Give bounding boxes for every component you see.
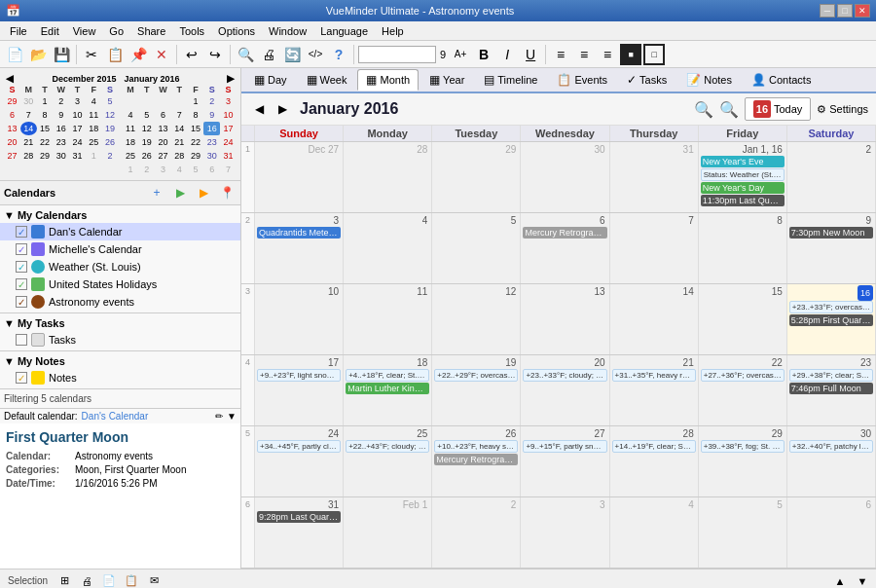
mini-day[interactable]: 2 [102, 149, 119, 163]
day-jan24[interactable]: 24 +34..+45°F, partly cloudy; St. Louis [255, 426, 344, 496]
mini-day[interactable]: 22 [37, 135, 54, 149]
mini-day[interactable]: 24 [69, 135, 86, 149]
zoom-in-button[interactable]: 🔍 [719, 99, 739, 119]
code-button[interactable]: </> [305, 44, 326, 65]
bold-button[interactable]: B [473, 44, 494, 65]
redo-button[interactable]: ↪ [204, 44, 226, 65]
tab-tasks[interactable]: ✓ Tasks [618, 69, 675, 91]
sync-button[interactable]: 🔄 [281, 44, 303, 65]
mini-day[interactable]: 5 [138, 108, 155, 122]
day-jan21[interactable]: 21 +31..+35°F, heavy rain; St. Louis [610, 355, 699, 425]
tab-week[interactable]: ▦ Week [298, 69, 356, 91]
calendar-green-button[interactable]: ▶ [170, 184, 190, 202]
calendar-item-astronomy[interactable]: ✓ Astronomy events [0, 293, 240, 311]
cal-event[interactable]: +32..+40°F, patchy light drizzle; St. Lo… [789, 440, 873, 453]
day-jan2[interactable]: 2 [787, 142, 876, 212]
cut-button[interactable]: ✂ [81, 44, 102, 65]
font-larger-button[interactable]: A+ [450, 44, 471, 65]
mini-day[interactable]: 3 [155, 163, 171, 176]
day-feb2[interactable]: 2 [432, 497, 521, 568]
delete-button[interactable]: ✕ [151, 44, 172, 65]
mini-day[interactable]: 7 [171, 108, 188, 122]
day-jan16[interactable]: 16 +23..+33°F; overcast; St. Louis 5:28p… [787, 284, 876, 354]
my-notes-header[interactable]: ▼ My Notes [0, 353, 240, 369]
cal-event[interactable]: +22..+29°F; overcast; St. Louis [434, 369, 518, 382]
nav-down-button[interactable]: ▼ [853, 572, 872, 589]
cal-event[interactable]: 7:30pm New Moon [789, 227, 873, 239]
search-button[interactable]: 🔍 [235, 44, 256, 65]
day-jan6[interactable]: 6 Mercury Retrograde Begins [521, 213, 609, 283]
cal-event[interactable]: Mercury Retrograde Ends [434, 454, 518, 465]
bot-btn-3[interactable]: 📄 [99, 572, 119, 589]
cal-event[interactable]: 7:46pm Full Moon [789, 383, 873, 394]
day-dec28[interactable]: 28 [344, 142, 432, 212]
tab-day[interactable]: ▦ Day [245, 69, 296, 91]
menu-view[interactable]: View [67, 23, 102, 39]
cal-event[interactable]: New Year's Eve [701, 156, 785, 167]
mini-day[interactable]: 15 [37, 122, 54, 135]
weather-checkbox[interactable]: ✓ [16, 261, 27, 273]
bot-btn-1[interactable]: ⊞ [55, 572, 74, 589]
day-jan27[interactable]: 27 +9..+15°F, partly snow; St. Louis [521, 426, 609, 496]
menu-go[interactable]: Go [103, 23, 129, 39]
calendar-item-notes[interactable]: ✓ Notes [0, 369, 240, 386]
italic-button[interactable]: I [496, 44, 518, 65]
mini-day[interactable]: 11 [86, 108, 102, 122]
minimize-button[interactable]: ─ [820, 4, 835, 18]
menu-edit[interactable]: Edit [35, 23, 65, 39]
mini-day[interactable]: 9 [53, 108, 69, 122]
mini-day[interactable]: 22 [188, 135, 204, 149]
tab-month[interactable]: ▦ Month [357, 69, 419, 91]
calendar-item-tasks[interactable]: Tasks [0, 331, 240, 349]
day-jan4[interactable]: 4 [344, 213, 432, 283]
menu-file[interactable]: File [4, 23, 33, 39]
menu-share[interactable]: Share [131, 23, 171, 39]
mini-day[interactable]: 8 [188, 108, 204, 122]
menu-options[interactable]: Options [212, 23, 261, 39]
day-jan11[interactable]: 11 [344, 284, 432, 354]
mini-cal-next-button[interactable]: ▶ [227, 73, 235, 84]
mini-day[interactable]: 24 [220, 135, 237, 149]
my-tasks-header[interactable]: ▼ My Tasks [0, 315, 240, 331]
mini-day[interactable]: 1 [37, 94, 54, 108]
calendar-item-holidays[interactable]: ✓ United States Holidays [0, 276, 240, 293]
day-jan8[interactable]: 8 [699, 213, 787, 283]
mini-day[interactable]: 14 [171, 122, 188, 135]
cal-event[interactable]: +39..+38°F, fog; St. Louis [701, 440, 785, 453]
day-jan31[interactable]: 31 9:28pm Last Quarter Moon [255, 497, 344, 568]
day-dec27[interactable]: Dec 27 [255, 142, 344, 212]
mini-day[interactable]: 10 [69, 108, 86, 122]
mini-day[interactable]: 7 [220, 163, 237, 176]
mini-day[interactable]: 10 [220, 108, 237, 122]
default-cal-edit-icon[interactable]: ✏ [215, 411, 223, 422]
day-jan23[interactable]: 23 +29..+38°F; clear; St. Louis 7:46pm F… [787, 355, 876, 425]
cal-event[interactable]: +34..+45°F, partly cloudy; St. Louis [257, 440, 341, 453]
paste-button[interactable]: 📌 [128, 44, 149, 65]
mini-day[interactable]: 2 [138, 163, 155, 176]
cal-event[interactable]: +22..+43°F; cloudy; St. Louis [346, 440, 429, 453]
mini-day[interactable]: 16 [53, 122, 69, 135]
mini-day[interactable]: 6 [155, 108, 171, 122]
mini-day[interactable]: 17 [69, 122, 86, 135]
align-center-button[interactable]: ≡ [573, 44, 595, 65]
michelles-checkbox[interactable]: ✓ [16, 243, 27, 255]
cal-event[interactable]: +14..+19°F, clear; St. Louis [612, 440, 696, 453]
mini-day[interactable]: 19 [138, 135, 155, 149]
mini-day[interactable]: 2 [53, 94, 69, 108]
new-button[interactable]: 📄 [4, 44, 25, 65]
mini-day[interactable]: 26 [138, 149, 155, 163]
menu-help[interactable]: Help [376, 23, 410, 39]
open-button[interactable]: 📂 [27, 44, 49, 65]
default-cal-arrow-icon[interactable]: ▼ [227, 411, 237, 422]
my-calendars-header[interactable]: ▼ My Calendars [0, 207, 240, 223]
day-jan20[interactable]: 20 +23..+33°F; cloudy; St. Louis [521, 355, 609, 425]
mini-day[interactable]: 18 [86, 122, 102, 135]
cal-event[interactable]: +29..+38°F; clear; St. Louis [789, 369, 873, 382]
today-button[interactable]: 16 Today [745, 97, 811, 121]
day-jan17[interactable]: 17 +9..+23°F, light snow; St. Louis [255, 355, 344, 425]
mini-day[interactable]: 13 [155, 122, 171, 135]
mini-day[interactable]: 27 [4, 149, 20, 163]
cal-prev-button[interactable]: ◀ [249, 99, 269, 119]
mini-day[interactable]: 31 [69, 149, 86, 163]
mini-day[interactable]: 29 [4, 94, 20, 108]
